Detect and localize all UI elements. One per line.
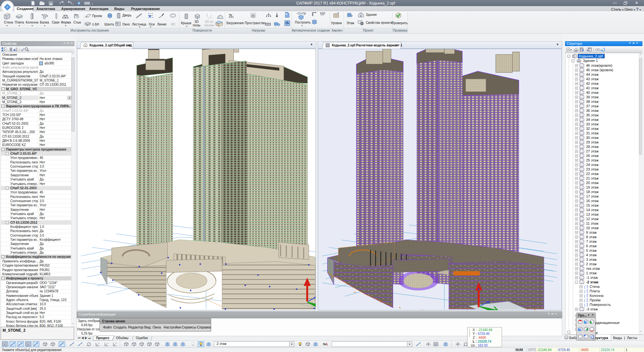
- svg-text:{: {: [584, 294, 585, 298]
- svg-text:№: №: [323, 342, 327, 346]
- svg-text:x: x: [116, 342, 117, 344]
- svg-text:№: №: [229, 13, 232, 16]
- svg-text:▾: ▾: [72, 3, 74, 5]
- svg-text:1: 1: [211, 17, 213, 19]
- svg-text:{: {: [584, 298, 585, 302]
- svg-text:▾: ▾: [92, 3, 93, 5]
- svg-text:▾: ▾: [570, 48, 572, 51]
- svg-text:x: x: [99, 342, 99, 344]
- svg-text:x: x: [108, 342, 109, 344]
- svg-text:+: +: [587, 49, 588, 52]
- svg-text:{: {: [584, 289, 585, 293]
- svg-text:{: {: [584, 303, 585, 307]
- svg-text:{: {: [584, 285, 585, 289]
- svg-text:1: 1: [207, 13, 208, 15]
- svg-text:▾: ▾: [63, 3, 65, 5]
